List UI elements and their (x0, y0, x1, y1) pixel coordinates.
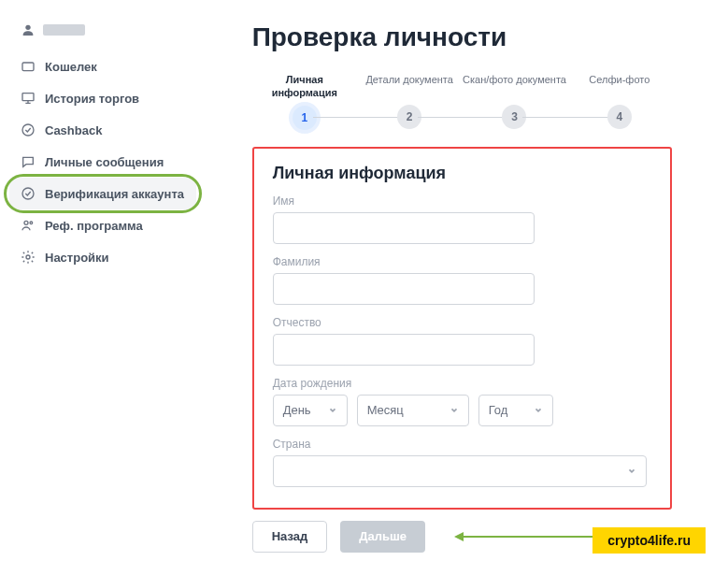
step-label: Скан/фото документа (463, 73, 566, 99)
svg-point-0 (25, 25, 30, 30)
username-placeholder (43, 24, 85, 36)
field-first-name: Имя (273, 194, 651, 244)
country-select[interactable] (273, 455, 647, 487)
stepper: Личная информация 1 Детали документа 2 С… (252, 73, 672, 130)
label-last-name: Фамилия (273, 255, 651, 268)
step-label: Детали документа (365, 73, 453, 99)
chevron-down-icon (328, 406, 337, 415)
step-3: Скан/фото документа 3 (462, 73, 566, 129)
check-circle-icon (21, 186, 36, 201)
sidebar-item-label: Cashback (45, 123, 102, 137)
field-middle-name: Отчество (273, 316, 651, 366)
back-button[interactable]: Назад (252, 521, 328, 553)
chevron-down-icon (450, 406, 459, 415)
svg-rect-1 (22, 63, 34, 71)
label-dob: Дата рождения (273, 377, 651, 390)
step-label: Личная информация (252, 73, 357, 100)
field-dob: Дата рождения День Месяц Год (273, 377, 651, 426)
svg-point-4 (22, 188, 34, 199)
field-last-name: Фамилия (273, 255, 651, 305)
page-title: Проверка личности (252, 22, 672, 52)
sidebar: Кошелек История торгов Cashback Личные с… (0, 0, 206, 561)
sidebar-item-label: Настройки (45, 251, 109, 265)
step-label: Селфи-фото (589, 73, 649, 99)
svg-point-3 (22, 124, 34, 136)
sidebar-item-cashback[interactable]: Cashback (9, 114, 196, 146)
step-1: Личная информация 1 (252, 73, 357, 130)
monitor-icon (21, 91, 36, 106)
last-name-input[interactable] (273, 273, 535, 305)
watermark: crypto4life.ru (592, 527, 706, 554)
gear-icon (21, 250, 36, 265)
svg-point-5 (24, 221, 28, 224)
middle-name-input[interactable] (273, 334, 535, 366)
month-select[interactable]: Месяц (357, 395, 469, 426)
sidebar-item-label: Кошелек (45, 60, 97, 74)
step-4: Селфи-фото 4 (567, 73, 672, 129)
chevron-down-icon (627, 467, 636, 476)
sidebar-item-verification[interactable]: Верификация аккаунта (9, 178, 196, 209)
message-icon (21, 154, 36, 169)
day-select[interactable]: День (273, 395, 348, 426)
sidebar-item-messages[interactable]: Личные сообщения (9, 146, 196, 178)
sidebar-item-wallet[interactable]: Кошелек (9, 50, 196, 82)
sidebar-item-label: Верификация аккаунта (45, 187, 184, 201)
user-icon (21, 22, 36, 37)
step-2: Детали документа 2 (357, 73, 462, 129)
form-title: Личная информация (273, 164, 651, 183)
step-circle: 4 (607, 105, 632, 129)
sidebar-item-label: История торгов (45, 92, 139, 106)
svg-point-7 (26, 255, 30, 259)
year-select[interactable]: Год (478, 395, 553, 426)
cashback-icon (21, 122, 36, 137)
svg-point-6 (30, 222, 33, 224)
form-personal-info: Личная информация Имя Фамилия Отчество Д… (252, 147, 672, 510)
users-icon (21, 218, 36, 233)
main-content: Проверка личности Личная информация 1 Де… (206, 0, 728, 561)
sidebar-item-label: Реф. программа (45, 219, 143, 233)
label-middle-name: Отчество (273, 316, 651, 329)
label-first-name: Имя (273, 194, 651, 208)
sidebar-item-history[interactable]: История торгов (9, 82, 196, 114)
sidebar-item-settings[interactable]: Настройки (9, 241, 196, 273)
user-profile[interactable] (9, 19, 196, 50)
sidebar-item-label: Личные сообщения (45, 155, 164, 169)
wallet-icon (21, 59, 36, 74)
sidebar-item-referral[interactable]: Реф. программа (9, 209, 196, 241)
next-button[interactable]: Дальше (340, 521, 425, 553)
svg-rect-2 (22, 94, 34, 101)
chevron-down-icon (534, 406, 543, 415)
label-country: Страна (273, 438, 651, 451)
first-name-input[interactable] (273, 212, 535, 244)
field-country: Страна (273, 438, 651, 487)
